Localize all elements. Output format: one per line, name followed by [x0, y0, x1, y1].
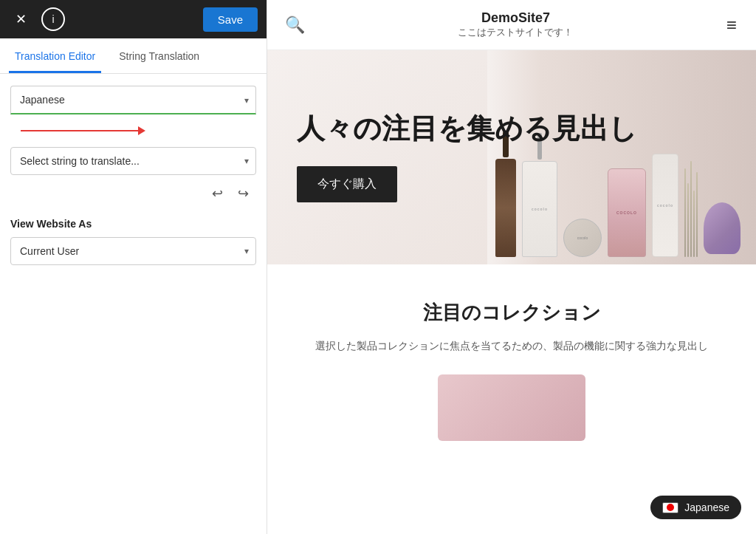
- reed-stick: [696, 172, 698, 257]
- close-button[interactable]: ✕: [9, 7, 32, 31]
- arrow-line: [21, 130, 139, 131]
- language-badge[interactable]: Japanese: [650, 496, 741, 519]
- reed-stick: [687, 183, 689, 257]
- site-preview: 🔍 DemoSite7 ここはテストサイトです！ ≡ 人々の注目を集める見出し …: [267, 0, 756, 534]
- hero-content: 人々の注目を集める見出し 今すぐ購入: [267, 112, 667, 203]
- view-as-label: View Website As: [10, 218, 256, 230]
- view-as-select-wrapper: Current User ▾: [10, 237, 256, 265]
- panel-content: Japanese ▾ Select string to translate...…: [0, 74, 267, 277]
- reed-stick: [693, 191, 695, 257]
- undo-redo-bar: ↩ ↪: [10, 182, 256, 205]
- language-select[interactable]: Japanese: [10, 86, 256, 114]
- toolbar: ✕ i Save: [0, 0, 267, 38]
- hero-section: 人々の注目を集める見出し 今すぐ購入 cocolo: [267, 50, 756, 264]
- site-title: DemoSite7: [458, 10, 573, 26]
- site-header-center: DemoSite7 ここはテストサイトです！: [458, 10, 573, 39]
- collection-title: 注目のコレクション: [285, 300, 738, 326]
- lavender-bunch: [704, 202, 740, 254]
- info-icon: i: [52, 13, 54, 25]
- arrow-head: [138, 126, 145, 135]
- hero-title: 人々の注目を集める見出し: [297, 112, 637, 146]
- save-button[interactable]: Save: [203, 7, 258, 32]
- info-button[interactable]: i: [41, 7, 65, 31]
- redo-button[interactable]: ↪: [233, 182, 253, 205]
- hamburger-icon[interactable]: ≡: [726, 16, 738, 34]
- tab-string-translation[interactable]: String Translation: [113, 38, 205, 73]
- string-select[interactable]: Select string to translate...: [10, 147, 256, 175]
- left-panel: ✕ i Save Translation Editor String Trans…: [0, 0, 267, 534]
- undo-button[interactable]: ↩: [207, 182, 227, 205]
- product-card-placeholder: [438, 374, 585, 441]
- tab-translation-editor[interactable]: Translation Editor: [9, 38, 101, 73]
- tabs-bar: Translation Editor String Translation: [0, 38, 267, 74]
- view-as-select[interactable]: Current User: [10, 237, 256, 265]
- language-badge-label: Japanese: [684, 502, 729, 513]
- string-select-wrapper: Select string to translate... ▾: [10, 147, 256, 175]
- collection-desc: 選択した製品コレクションに焦点を当てるための、製品の機能に関する強力な見出し: [290, 338, 733, 354]
- search-icon[interactable]: 🔍: [285, 16, 305, 35]
- reed-stick: [684, 168, 686, 257]
- site-header: 🔍 DemoSite7 ここはテストサイトです！ ≡: [267, 0, 756, 50]
- site-subtitle: ここはテストサイトです！: [458, 26, 573, 39]
- reed-stick: [690, 161, 692, 257]
- arrow-annotation: [21, 126, 256, 135]
- jar-round: cocolo: [563, 219, 602, 257]
- flag-icon: [662, 502, 678, 513]
- hero-cta-button[interactable]: 今すぐ購入: [297, 166, 397, 202]
- collection-section: 注目のコレクション 選択した製品コレクションに焦点を当てるための、製品の機能に関…: [267, 264, 756, 459]
- language-select-wrapper: Japanese ▾: [10, 86, 256, 114]
